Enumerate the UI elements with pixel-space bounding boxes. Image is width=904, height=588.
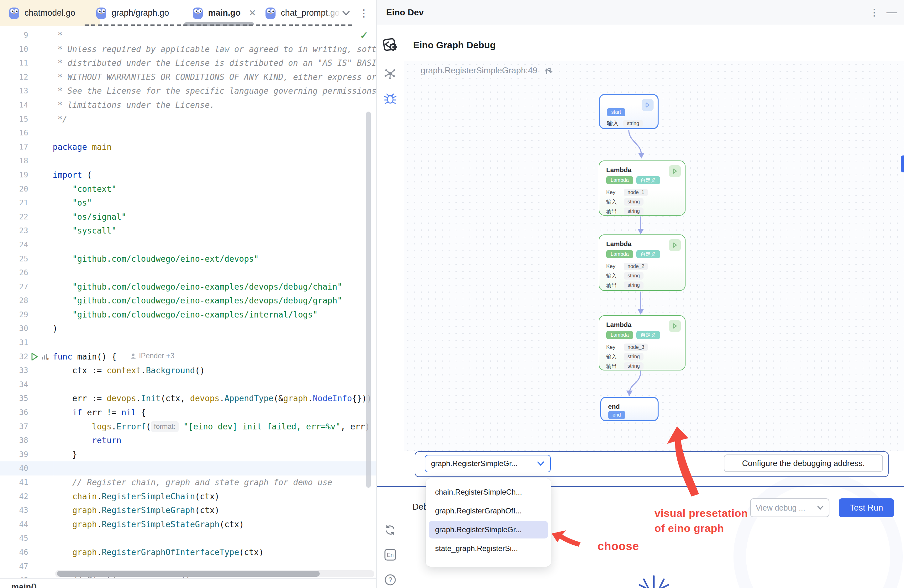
test-run-button[interactable]: Test Run <box>839 498 894 517</box>
node-badges: Lambda自定义 <box>606 331 660 339</box>
profiler-icon[interactable] <box>41 352 49 361</box>
configure-debug-address-button[interactable]: Configure the debugging address. <box>724 454 883 472</box>
lambda-node[interactable]: LambdaLambda自定义Keynode_3输入string输出string <box>599 315 686 370</box>
dropdown-option[interactable]: graph.RegisterGraphOfI... <box>429 502 548 520</box>
panel-scrollbar-thumb[interactable] <box>901 155 904 172</box>
code-line[interactable]: 25 "github.com/cloudwego/eino-ext/devops… <box>0 252 376 266</box>
code-line[interactable]: 23 "syscall" <box>0 224 376 238</box>
code-line[interactable]: 32func main() { IPender +3 <box>0 350 376 364</box>
code-line[interactable]: 24 <box>0 238 376 252</box>
editor-horizontal-scrollbar-thumb[interactable] <box>57 571 320 577</box>
start-node[interactable]: start输入string <box>599 94 659 129</box>
code-text: return <box>53 433 376 447</box>
tab-chat-prompt-go[interactable]: chat_prompt.go <box>261 0 347 26</box>
code-line[interactable]: 20 "context" <box>0 182 376 196</box>
node-run-icon[interactable] <box>642 99 654 111</box>
node-title: Lambda <box>606 240 632 248</box>
code-line[interactable]: 36 if err != nil { <box>0 406 376 420</box>
run-icon[interactable] <box>30 352 39 361</box>
node-run-icon[interactable] <box>669 165 681 177</box>
chevron-down-icon[interactable] <box>341 0 351 26</box>
code-line[interactable]: 42 chain.RegisterSimpleChain(ctx) <box>0 490 376 504</box>
kebab-menu-icon[interactable]: ⋮ <box>359 0 369 26</box>
code-line[interactable]: 10 * Unless required by applicable law o… <box>0 42 376 57</box>
debug-target: graph.RegisterSimpleGraph:49 <box>420 66 537 76</box>
code-line[interactable]: 21 "os" <box>0 196 376 210</box>
line-number: 20 <box>0 182 53 196</box>
line-number: 43 <box>0 503 53 517</box>
line-number: 34 <box>0 378 53 392</box>
code-line[interactable]: 26 <box>0 266 376 280</box>
target-select[interactable]: graph.RegisterSimpleGr... <box>425 455 551 473</box>
sort-order-icon[interactable] <box>544 66 553 76</box>
dropdown-option[interactable]: chain.RegisterSimpleCh... <box>429 483 548 501</box>
minimize-icon[interactable]: — <box>887 6 897 18</box>
tab-graph-graph-go[interactable]: graph/graph.go <box>92 0 174 26</box>
code-line[interactable]: 38 return <box>0 433 376 447</box>
line-number: 45 <box>0 531 53 545</box>
code-editor[interactable]: 9 *10 * Unless required by applicable la… <box>0 26 376 578</box>
close-tab-icon[interactable]: ✕ <box>249 8 256 18</box>
node-badge: end <box>608 411 625 419</box>
inspection-ok-icon[interactable]: ✓ <box>360 30 368 41</box>
code-text: func main() { IPender +3 <box>53 350 376 364</box>
code-line[interactable]: 34 <box>0 378 376 392</box>
code-line[interactable]: 39 } <box>0 447 376 462</box>
editor-horizontal-scrollbar[interactable] <box>55 570 374 577</box>
code-line[interactable]: 43 graph.RegisterSimpleGraph(ctx) <box>0 503 376 517</box>
code-line[interactable]: 15 */ <box>0 112 376 126</box>
code-line[interactable]: 29 "github.com/cloudwego/eino-examples/i… <box>0 308 376 322</box>
lambda-node[interactable]: LambdaLambda自定义Keynode_1输入string输出string <box>599 160 686 216</box>
svg-text:En: En <box>387 552 394 558</box>
lambda-node[interactable]: LambdaLambda自定义Keynode_2输入string输出string <box>599 234 686 291</box>
code-line[interactable]: 37 logs.Errorf(format: "[eino dev] init … <box>0 420 376 434</box>
code-line[interactable]: 45 <box>0 531 376 545</box>
line-number: 25 <box>0 252 53 266</box>
graph-tool-icon[interactable] <box>377 67 404 80</box>
eino-logo-icon[interactable] <box>377 38 404 53</box>
code-line[interactable]: 11 * distributed under the License is di… <box>0 56 376 70</box>
code-line[interactable]: 46 graph.RegisterGraphOfInterfaceType(ct… <box>0 545 376 560</box>
node-run-icon[interactable] <box>669 320 681 332</box>
input-method-en-icon[interactable]: En <box>377 548 404 561</box>
code-line[interactable]: 13 * See the License for the specific la… <box>0 84 376 98</box>
code-line[interactable]: 30) <box>0 322 376 336</box>
code-line[interactable]: 9 * <box>0 28 376 42</box>
node-badges: Lambda自定义 <box>606 250 660 258</box>
code-line[interactable]: 18 <box>0 154 376 168</box>
code-text <box>53 154 376 168</box>
code-line[interactable]: 28 "github.com/cloudwego/eino-examples/d… <box>0 294 376 308</box>
code-line[interactable]: 22 "os/signal" <box>0 210 376 224</box>
dropdown-option[interactable]: state_graph.RegisterSi... <box>429 540 548 557</box>
line-number: 19 <box>0 168 53 182</box>
kebab-menu-icon[interactable]: ⋮ <box>869 7 879 18</box>
view-debug-select[interactable]: View debug ... <box>750 498 830 517</box>
code-line[interactable]: 41 // Register chain, graph and state_gr… <box>0 476 376 490</box>
breadcrumb[interactable]: main() <box>11 582 37 588</box>
code-line[interactable]: 16 <box>0 126 376 140</box>
annotation-text-choose: choose <box>597 540 639 553</box>
node-run-icon[interactable] <box>669 239 681 251</box>
refresh-icon[interactable] <box>377 524 404 536</box>
node-io-row: Keynode_3 <box>606 343 648 351</box>
ide-window: chatmodel.go graph/graph.go main.go ✕ ch… <box>0 0 904 588</box>
code-line[interactable]: 12 * WITHOUT WARRANTIES OR CONDITIONS OF… <box>0 70 376 84</box>
code-line[interactable]: 19import ( <box>0 168 376 182</box>
debug-bug-icon[interactable] <box>377 93 404 105</box>
code-line[interactable]: 40 <box>0 462 376 476</box>
code-lines: 9 *10 * Unless required by applicable la… <box>0 26 376 578</box>
end-node[interactable]: endend <box>600 397 659 421</box>
code-line[interactable]: 31 <box>0 336 376 350</box>
code-line[interactable]: 33 ctx := context.Background() <box>0 364 376 378</box>
code-vision-authors[interactable]: IPender +3 <box>130 352 174 360</box>
code-line[interactable]: 27 "github.com/cloudwego/eino-examples/d… <box>0 280 376 294</box>
line-number: 12 <box>0 70 53 84</box>
code-line[interactable]: 14 * limitations under the License. <box>0 98 376 112</box>
code-line[interactable]: 35 err := devops.Init(ctx, devops.Append… <box>0 392 376 406</box>
help-icon[interactable]: ? <box>377 574 404 586</box>
dropdown-option[interactable]: graph.RegisterSimpleGr... <box>429 521 548 539</box>
editor-vertical-scrollbar[interactable] <box>366 112 371 488</box>
code-line[interactable]: 17package main <box>0 140 376 154</box>
tab-chatmodel-go[interactable]: chatmodel.go <box>0 0 100 26</box>
code-line[interactable]: 44 graph.RegisterSimpleStateGraph(ctx) <box>0 517 376 531</box>
